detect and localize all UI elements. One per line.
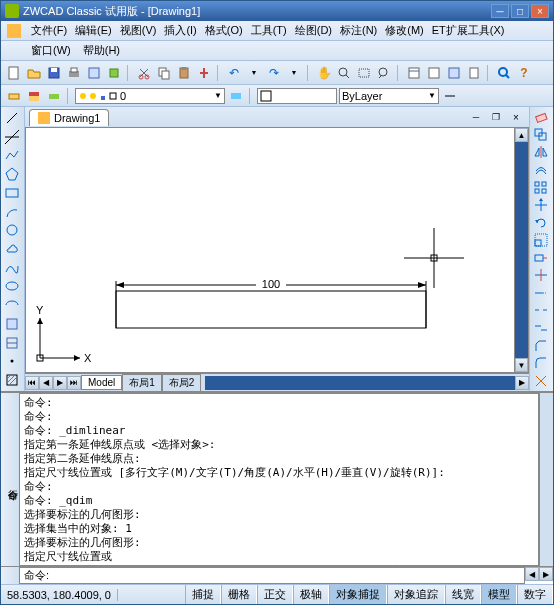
doc-restore-button[interactable]: ❐: [487, 108, 505, 126]
cmd-scroll-left[interactable]: ◀: [525, 567, 539, 581]
offset-tool[interactable]: [532, 162, 550, 179]
linetype-button[interactable]: [441, 87, 459, 105]
block-tool[interactable]: [3, 334, 21, 352]
zoom-rt-button[interactable]: [335, 64, 353, 82]
pline-tool[interactable]: [3, 146, 21, 164]
rotate-tool[interactable]: [532, 214, 550, 231]
doc-close-button[interactable]: ×: [507, 108, 525, 126]
layer3-button[interactable]: [45, 87, 63, 105]
tab-last-button[interactable]: ⏭: [67, 376, 81, 390]
tab-next-button[interactable]: ▶: [53, 376, 67, 390]
open-button[interactable]: [25, 64, 43, 82]
zoom-prev-button[interactable]: [375, 64, 393, 82]
snap-toggle[interactable]: 捕捉: [185, 585, 221, 604]
hscroll-right-button[interactable]: ▶: [515, 376, 529, 390]
break-tool[interactable]: [532, 302, 550, 319]
undo-dropdown[interactable]: ▼: [245, 64, 263, 82]
trim-tool[interactable]: [532, 267, 550, 284]
menu-file[interactable]: 文件(F): [27, 21, 71, 40]
props-button[interactable]: [405, 64, 423, 82]
maximize-button[interactable]: □: [511, 4, 529, 18]
zoom-win-button[interactable]: [355, 64, 373, 82]
array-tool[interactable]: [532, 179, 550, 196]
bylayer-combo[interactable]: ByLayer ▼: [339, 88, 439, 104]
layer2-button[interactable]: [25, 87, 43, 105]
stretch-tool[interactable]: [532, 250, 550, 267]
cmd-scroll-right[interactable]: ▶: [539, 567, 553, 581]
ellipse-tool[interactable]: [3, 278, 21, 296]
spline-tool[interactable]: [3, 259, 21, 277]
move-tool[interactable]: [532, 197, 550, 214]
doc-tab[interactable]: Drawing1: [29, 109, 109, 126]
scale-tool[interactable]: [532, 232, 550, 249]
menu-format[interactable]: 格式(O): [201, 21, 247, 40]
scroll-down-button[interactable]: ▼: [515, 358, 528, 372]
copy-button[interactable]: [155, 64, 173, 82]
lwt-toggle[interactable]: 线宽: [445, 585, 481, 604]
menu-edit[interactable]: 编辑(E): [71, 21, 116, 40]
explode-tool[interactable]: [532, 372, 550, 389]
publish-button[interactable]: [105, 64, 123, 82]
point-tool[interactable]: [3, 353, 21, 371]
scroll-track[interactable]: [515, 142, 528, 358]
polar-toggle[interactable]: 极轴: [293, 585, 329, 604]
pan-button[interactable]: ✋: [315, 64, 333, 82]
layout-2[interactable]: 布局2: [162, 374, 202, 392]
redo-dropdown[interactable]: ▼: [285, 64, 303, 82]
rect-tool[interactable]: [3, 184, 21, 202]
mirror-tool[interactable]: [532, 144, 550, 161]
insert-tool[interactable]: [3, 315, 21, 333]
command-history[interactable]: 命令: 命令: 命令: _dimlinear 指定第一条延伸线原点或 <选择对象…: [19, 393, 539, 566]
tab-prev-button[interactable]: ◀: [39, 376, 53, 390]
dc-button[interactable]: [425, 64, 443, 82]
chamfer-tool[interactable]: [532, 337, 550, 354]
menu-draw[interactable]: 绘图(D): [291, 21, 336, 40]
preview-button[interactable]: [85, 64, 103, 82]
command-scrollbar[interactable]: [539, 393, 553, 566]
hatch-tool[interactable]: [3, 371, 21, 389]
xline-tool[interactable]: [3, 128, 21, 146]
command-input[interactable]: 命令:: [19, 567, 525, 584]
minimize-button[interactable]: ─: [491, 4, 509, 18]
erase-tool[interactable]: [532, 109, 550, 126]
circle-tool[interactable]: [3, 221, 21, 239]
doc-min-button[interactable]: ─: [467, 108, 485, 126]
menu-help[interactable]: 帮助(H): [77, 41, 126, 60]
vertical-scrollbar[interactable]: ▲ ▼: [514, 128, 528, 372]
cut-button[interactable]: [135, 64, 153, 82]
find-button[interactable]: [495, 64, 513, 82]
otrack-toggle[interactable]: 对象追踪: [387, 585, 445, 604]
calc-button[interactable]: [465, 64, 483, 82]
help-button[interactable]: ?: [515, 64, 533, 82]
layout-1[interactable]: 布局1: [122, 374, 162, 392]
print-button[interactable]: [65, 64, 83, 82]
save-button[interactable]: [45, 64, 63, 82]
revcloud-tool[interactable]: [3, 240, 21, 258]
dyn-toggle[interactable]: 数字: [517, 585, 553, 604]
undo-button[interactable]: ↶: [225, 64, 243, 82]
ellipsearc-tool[interactable]: [3, 296, 21, 314]
menu-tools[interactable]: 工具(T): [247, 21, 291, 40]
menu-view[interactable]: 视图(V): [116, 21, 161, 40]
layerstate-button[interactable]: [227, 87, 245, 105]
color-combo[interactable]: [257, 88, 337, 104]
menu-window[interactable]: 窗口(W): [25, 41, 77, 60]
ortho-toggle[interactable]: 正交: [257, 585, 293, 604]
layout-model[interactable]: Model: [81, 375, 122, 390]
menu-insert[interactable]: 插入(I): [160, 21, 200, 40]
close-button[interactable]: ×: [531, 4, 549, 18]
model-toggle[interactable]: 模型: [481, 585, 517, 604]
arc-tool[interactable]: [3, 203, 21, 221]
menu-et[interactable]: ET扩展工具(X): [428, 21, 509, 40]
redo-button[interactable]: ↷: [265, 64, 283, 82]
grid-toggle[interactable]: 栅格: [221, 585, 257, 604]
drawing-canvas[interactable]: 100: [26, 128, 514, 372]
new-button[interactable]: [5, 64, 23, 82]
fillet-tool[interactable]: [532, 355, 550, 372]
polygon-tool[interactable]: [3, 165, 21, 183]
layer1-button[interactable]: [5, 87, 23, 105]
layer-combo[interactable]: 0 ▼: [75, 88, 225, 104]
menu-modify[interactable]: 修改(M): [381, 21, 428, 40]
tab-first-button[interactable]: ⏮: [25, 376, 39, 390]
extend-tool[interactable]: [532, 285, 550, 302]
